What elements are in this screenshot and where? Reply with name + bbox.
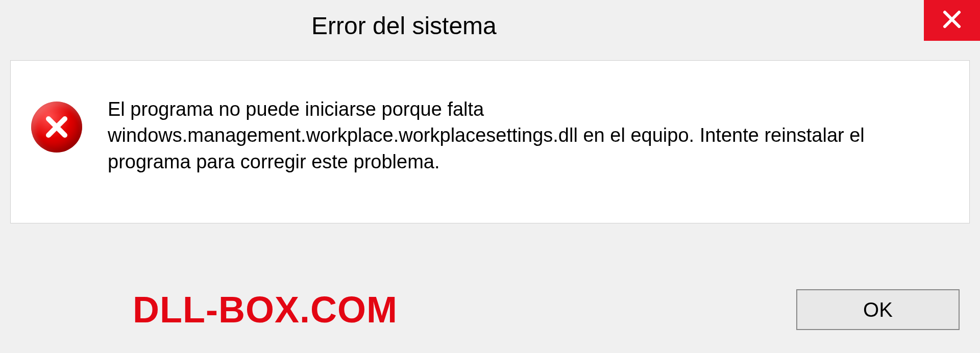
dialog-title: Error del sistema <box>311 12 497 40</box>
ok-button-label: OK <box>863 298 893 321</box>
content-panel: El programa no puede iniciarse porque fa… <box>10 60 970 223</box>
titlebar: Error del sistema <box>0 0 980 51</box>
ok-button[interactable]: OK <box>796 289 960 330</box>
close-button[interactable] <box>924 0 980 41</box>
error-message: El programa no puede iniciarse porque fa… <box>108 96 939 175</box>
footer: DLL-BOX.COM OK <box>0 266 980 353</box>
close-icon <box>942 9 962 32</box>
error-icon <box>31 102 82 153</box>
watermark-text: DLL-BOX.COM <box>133 289 398 331</box>
